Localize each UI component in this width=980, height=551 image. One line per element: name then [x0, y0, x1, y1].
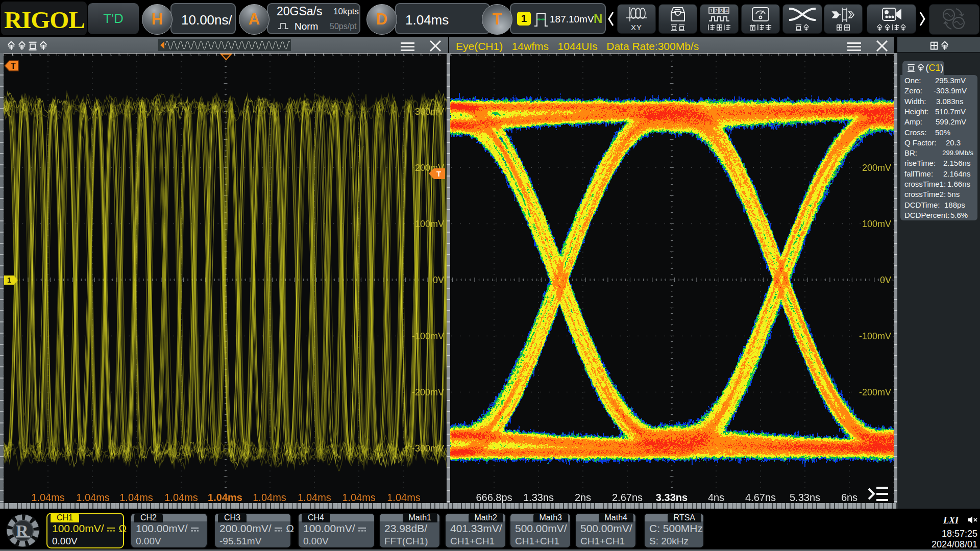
svg-text:T: T — [436, 169, 441, 178]
svg-text:2: 2 — [715, 8, 718, 13]
svg-text:1: 1 — [710, 8, 713, 13]
svg-text:4: 4 — [725, 8, 728, 13]
svg-text:1: 1 — [7, 276, 11, 284]
svg-text:3: 3 — [720, 8, 723, 13]
svg-text:T: T — [11, 62, 16, 70]
